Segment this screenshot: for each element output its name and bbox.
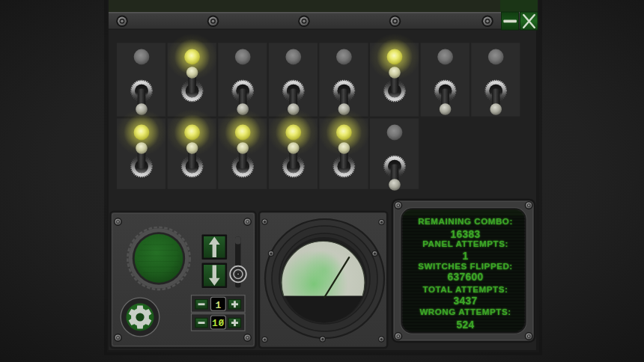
svg-text:SWITCHES FLIPPED:: SWITCHES FLIPPED: (418, 261, 513, 271)
svg-text:REMAINING COMBO:: REMAINING COMBO: (418, 216, 513, 226)
svg-text:3437: 3437 (454, 295, 478, 307)
svg-text:TOTAL ATTEMPTS:: TOTAL ATTEMPTS: (423, 284, 508, 294)
svg-text:524: 524 (457, 319, 475, 331)
svg-text:1: 1 (463, 251, 469, 262)
svg-text:PANEL ATTEMPTS:: PANEL ATTEMPTS: (422, 239, 508, 248)
svg-text:10: 10 (212, 318, 225, 329)
svg-text:WRONG ATTEMPTS:: WRONG ATTEMPTS: (419, 307, 511, 316)
svg-text:16383: 16383 (451, 229, 481, 240)
svg-text:1: 1 (215, 300, 221, 311)
svg-text:637600: 637600 (448, 272, 484, 283)
